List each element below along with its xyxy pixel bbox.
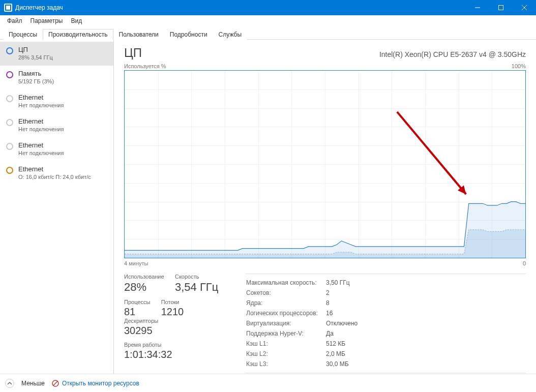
resource-monitor-label: Открыть монитор ресурсов — [62, 380, 139, 387]
sidebar-eth1-title: Ethernet — [18, 94, 64, 101]
virt-label: Виртуализация: — [246, 319, 325, 328]
page-title: ЦП — [124, 46, 142, 60]
resource-monitor-icon — [52, 380, 59, 387]
usage-value: 28% — [124, 281, 164, 294]
speed-label: Скорость — [175, 274, 218, 280]
sidebar-mem-sub: 5/192 ГБ (3%) — [18, 78, 54, 84]
ethernet-icon — [6, 167, 13, 174]
titlebar[interactable]: Диспетчер задач — [0, 0, 536, 15]
l1-value: 512 КБ — [326, 339, 365, 348]
l2-label: Кэш L2: — [246, 349, 325, 358]
minimize-button[interactable] — [466, 0, 489, 15]
stats-right: Максимальная скорость:3,50 ГГц Сокетов:2… — [245, 274, 526, 373]
app-icon — [4, 4, 12, 12]
l3-label: Кэш L3: — [246, 359, 325, 369]
chart-y-label: Используется % — [124, 63, 166, 69]
handles-value: 30295 — [124, 325, 158, 337]
threads-label: Потоки — [161, 299, 184, 305]
uptime-value: 1:01:34:32 — [124, 349, 172, 360]
svg-line-9 — [53, 381, 57, 385]
virt-value: Отключено — [326, 319, 365, 328]
speed-value: 3,54 ГГц — [175, 281, 218, 294]
footer: Меньше Открыть монитор ресурсов — [0, 374, 536, 392]
cpu-model: Intel(R) Xeon(R) CPU E5-2637 v4 @ 3.50GH… — [379, 50, 526, 58]
sidebar-eth4-sub: О: 16,0 кбит/с П: 24,0 кбит/с — [18, 174, 91, 180]
l1-label: Кэш L1: — [246, 339, 325, 348]
sidebar-item-cpu[interactable]: ЦП28% 3,54 ГГц — [0, 42, 113, 66]
hyperv-value: Да — [326, 329, 365, 338]
hyperv-label: Поддержка Hyper-V: — [246, 329, 325, 338]
tabbar: Процессы Производительность Пользователи… — [0, 26, 536, 40]
sidebar-mem-title: Память — [18, 70, 54, 77]
memory-icon — [6, 71, 13, 78]
tab-services[interactable]: Службы — [213, 29, 247, 40]
sidebar-eth2-sub: Нет подключения — [18, 126, 64, 132]
l2-value: 2,0 МБ — [326, 349, 365, 358]
menu-options[interactable]: Параметры — [26, 16, 67, 25]
sockets-label: Сокетов: — [246, 288, 325, 297]
sidebar-eth2-title: Ethernet — [18, 117, 64, 125]
sidebar-cpu-title: ЦП — [18, 46, 53, 53]
proc-value: 81 — [124, 306, 150, 318]
sidebar: ЦП28% 3,54 ГГц Память5/192 ГБ (3%) Ether… — [0, 40, 114, 374]
close-button[interactable] — [513, 0, 536, 15]
maxspeed-label: Максимальная скорость: — [246, 278, 325, 287]
menu-view[interactable]: Вид — [67, 16, 86, 25]
tab-performance[interactable]: Производительность — [43, 29, 113, 40]
fewer-details-button[interactable]: Меньше — [21, 380, 45, 387]
sidebar-eth1-sub: Нет подключения — [18, 102, 64, 108]
tab-processes[interactable]: Процессы — [3, 29, 43, 40]
sidebar-item-memory[interactable]: Память5/192 ГБ (3%) — [0, 66, 113, 89]
menu-file[interactable]: Файл — [3, 16, 26, 25]
handles-label: Дескрипторы — [124, 318, 158, 324]
proc-label: Процессы — [124, 299, 150, 305]
ethernet-icon — [6, 95, 13, 102]
sidebar-eth3-sub: Нет подключения — [18, 150, 64, 156]
stats-left: Использование28% Скорость3,54 ГГц Процес… — [124, 274, 231, 373]
cores-value: 8 — [326, 298, 365, 308]
sidebar-cpu-sub: 28% 3,54 ГГц — [18, 54, 53, 61]
ethernet-icon — [6, 143, 13, 150]
l3-value: 30,0 МБ — [326, 359, 365, 369]
lprocs-value: 16 — [326, 309, 365, 318]
cores-label: Ядра: — [246, 298, 325, 308]
maximize-button[interactable] — [489, 0, 513, 15]
sidebar-item-eth1[interactable]: EthernetНет подключения — [0, 89, 113, 113]
svg-rect-3 — [499, 6, 503, 10]
sidebar-item-eth4[interactable]: EthernetО: 16,0 кбит/с П: 24,0 кбит/с — [0, 161, 113, 185]
chart-x-label: 4 минуты — [124, 260, 148, 266]
main-panel: ЦП Intel(R) Xeon(R) CPU E5-2637 v4 @ 3.5… — [114, 40, 536, 374]
cpu-icon — [6, 47, 13, 54]
chevron-up-icon[interactable] — [5, 379, 14, 388]
chart-x-right: 0 — [523, 260, 526, 266]
sidebar-eth3-title: Ethernet — [18, 141, 64, 149]
sockets-value: 2 — [326, 288, 365, 297]
uptime-label: Время работы — [124, 342, 172, 348]
cpu-chart — [124, 70, 526, 258]
lprocs-label: Логических процессоров: — [246, 309, 325, 318]
ethernet-icon — [6, 119, 13, 126]
maxspeed-value: 3,50 ГГц — [326, 278, 365, 287]
threads-value: 1210 — [161, 306, 184, 318]
sidebar-item-eth2[interactable]: EthernetНет подключения — [0, 113, 113, 137]
chart-y-max: 100% — [512, 63, 526, 69]
usage-label: Использование — [124, 274, 164, 280]
tab-details[interactable]: Подробности — [164, 29, 213, 40]
sidebar-eth4-title: Ethernet — [18, 165, 91, 173]
tab-users[interactable]: Пользователи — [113, 29, 164, 40]
svg-rect-1 — [6, 6, 10, 10]
open-resource-monitor-link[interactable]: Открыть монитор ресурсов — [52, 380, 139, 387]
menubar: Файл Параметры Вид — [0, 15, 536, 26]
window-title: Диспетчер задач — [15, 4, 63, 11]
sidebar-item-eth3[interactable]: EthernetНет подключения — [0, 137, 113, 161]
